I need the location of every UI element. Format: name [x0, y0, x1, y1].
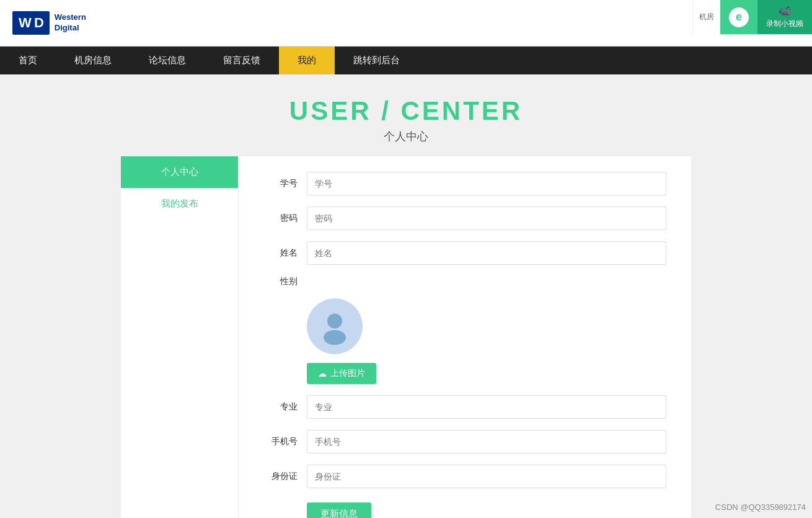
main-nav: 首页 机房信息 论坛信息 留言反馈 我的 跳转到后台	[0, 47, 812, 74]
field-row-idcard: 身份证	[263, 465, 666, 488]
camera-icon: 📹	[779, 5, 791, 17]
watermark: CSDN @QQ3359892174	[715, 502, 806, 512]
nav-item-backend[interactable]: 跳转到后台	[335, 47, 418, 74]
jiyu-text: 机房	[699, 12, 714, 22]
upload-cloud-icon: ☁	[318, 368, 327, 378]
brand-line1: Western	[55, 12, 86, 23]
field-row-password: 密码	[263, 207, 666, 230]
label-phone: 手机号	[263, 436, 298, 447]
sidebar: 个人中心 我的发布	[121, 156, 239, 518]
update-btn-wrapper: 更新信息	[263, 499, 666, 518]
nav-item-luntan[interactable]: 论坛信息	[130, 47, 205, 74]
top-right-overlay: 机房 e 📹 录制小视频	[692, 0, 812, 34]
page-title-area: USER / CENTER 个人中心	[0, 74, 812, 156]
upload-image-button[interactable]: ☁ 上传图片	[307, 363, 376, 384]
avatar-area: ☁ 上传图片	[307, 298, 666, 384]
field-row-phone: 手机号	[263, 430, 666, 453]
input-phone[interactable]	[307, 430, 666, 453]
svg-point-0	[327, 314, 342, 329]
avatar-circle	[307, 298, 363, 354]
overlay-green-area: e	[720, 0, 757, 34]
brand-text: Western Digital	[55, 12, 86, 33]
header: W D Western Digital	[0, 0, 812, 47]
avatar-icon	[316, 308, 353, 345]
input-idcard[interactable]	[307, 465, 666, 488]
logo-box: W D	[12, 11, 50, 35]
field-row-name: 姓名	[263, 241, 666, 265]
form-area: 学号 密码 姓名 性别 ☁	[239, 156, 691, 518]
nav-item-jifang[interactable]: 机房信息	[56, 47, 130, 74]
main-container: 个人中心 我的发布 学号 密码 姓名 性别	[121, 156, 691, 518]
jiyu-label: 机房	[692, 0, 720, 34]
nav-item-liuyan[interactable]: 留言反馈	[205, 47, 279, 74]
label-studentid: 学号	[263, 178, 298, 189]
sidebar-item-myposts[interactable]: 我的发布	[121, 188, 238, 220]
upload-btn-label: 上传图片	[330, 368, 365, 379]
label-gender: 性别	[263, 276, 298, 287]
page-title-en: USER / CENTER	[0, 96, 812, 126]
nav-item-home[interactable]: 首页	[0, 47, 56, 74]
update-info-button[interactable]: 更新信息	[307, 502, 371, 518]
page-title-cn: 个人中心	[0, 129, 812, 144]
label-major: 专业	[263, 401, 298, 413]
svg-point-1	[324, 330, 346, 345]
input-studentid[interactable]	[307, 172, 666, 195]
record-text: 录制小视频	[766, 19, 803, 29]
e-icon: e	[729, 7, 749, 27]
brand-line2: Digital	[55, 23, 86, 33]
field-row-studentid: 学号	[263, 172, 666, 195]
logo-wd: W D	[19, 15, 43, 31]
input-password[interactable]	[307, 207, 666, 230]
label-password: 密码	[263, 213, 298, 224]
nav-item-mine[interactable]: 我的	[279, 47, 335, 74]
logo-area: W D Western Digital	[12, 11, 86, 35]
record-area[interactable]: 📹 录制小视频	[757, 0, 812, 34]
input-name[interactable]	[307, 241, 666, 265]
label-name: 姓名	[263, 248, 298, 259]
sidebar-item-profile[interactable]: 个人中心	[121, 156, 238, 188]
input-major[interactable]	[307, 395, 666, 419]
label-idcard: 身份证	[263, 471, 298, 482]
field-row-major: 专业	[263, 395, 666, 419]
field-row-gender: 性别	[263, 276, 666, 287]
